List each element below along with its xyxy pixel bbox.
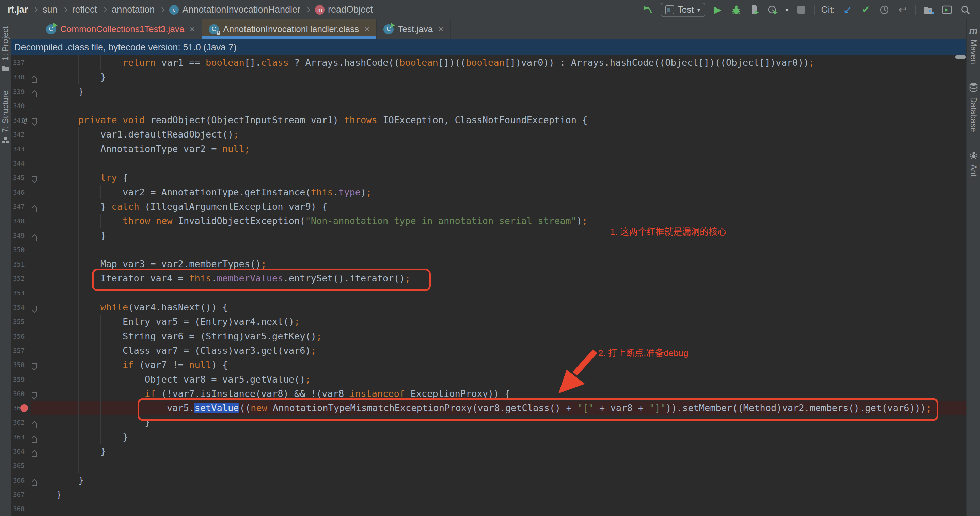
line-number[interactable]: 342 [13,127,24,141]
coverage-button[interactable] [749,4,760,16]
project-structure-button[interactable] [923,4,934,16]
fold-collapse-icon[interactable] [31,476,37,484]
breadcrumb-item[interactable]: sun [43,5,57,15]
line-number[interactable]: 338 [13,70,24,84]
code-line-364[interactable]: 364 } [11,444,966,459]
line-number[interactable]: 343 [13,142,24,156]
stop-button[interactable] [795,4,807,16]
code-line-365[interactable]: 365 [11,459,966,473]
breakpoint-icon[interactable] [21,404,28,412]
line-number[interactable]: 351 [13,257,24,271]
line-number[interactable]: 352 [13,271,24,286]
code-line-338[interactable]: 338 } [11,70,966,84]
tool-window-project[interactable]: 1: Project [1,26,10,73]
tool-window-maven[interactable]: mMaven [969,25,978,64]
tool-window-ant[interactable]: Ant [969,151,978,177]
code-line-360[interactable]: 360 if (!var7.isInstance(var8) && !(var8… [11,387,966,401]
line-number[interactable]: 365 [13,459,24,473]
code-line-367[interactable]: 367} [11,487,966,502]
run-config-selector[interactable]: Test ▾ [660,3,705,17]
line-number[interactable]: 354 [13,300,24,314]
line-number[interactable]: 344 [13,156,24,170]
close-icon[interactable]: × [438,24,443,34]
profiler-dropdown-icon[interactable]: ▾ [786,6,789,14]
line-number[interactable]: 360 [13,387,24,401]
editor-tab[interactable]: CAnnotationInvocationHandler.class× [202,19,377,39]
breadcrumb-item[interactable]: annotation [112,5,154,15]
line-number[interactable]: 357 [13,343,24,358]
code-line-356[interactable]: 356 String var6 = (String)var5.getKey(); [11,329,966,343]
code-line-348[interactable]: 348 throw new InvalidObjectException("No… [11,214,966,228]
line-number[interactable]: 345 [13,170,24,185]
line-number[interactable]: 339 [13,84,24,99]
code-line-337[interactable]: 337 return var1 == boolean[].class ? Arr… [11,56,966,70]
code-line-340[interactable]: 340 [11,99,966,113]
code-line-345[interactable]: 345 try { [11,170,966,185]
line-number[interactable]: 349 [13,229,24,243]
code-line-362[interactable]: 362 } [11,415,966,430]
breadcrumb-item[interactable]: cAnnotationInvocationHandler [169,5,300,15]
fold-collapse-icon[interactable] [31,447,37,456]
line-number[interactable]: 368 [13,502,24,516]
code-line-353[interactable]: 353 [11,286,966,300]
tool-window-structure[interactable]: 7: Structure [1,90,10,146]
debug-button[interactable] [730,4,742,16]
git-rollback-button[interactable]: ↩ [897,4,908,16]
code-line-359[interactable]: 359 Object var8 = var5.getValue(); [11,372,966,387]
git-commit-button[interactable]: ✔ [860,4,872,16]
line-number[interactable]: 340 [13,99,24,113]
fold-region-icon[interactable] [31,174,37,182]
fold-region-icon[interactable] [31,303,37,311]
editor-tab[interactable]: CCommonCollections1Test3.java× [39,19,202,39]
line-number[interactable]: 364 [13,444,24,459]
line-number[interactable]: 355 [13,314,24,329]
code-line-355[interactable]: 355 Entry var5 = (Entry)var4.next(); [11,314,966,329]
breadcrumb-item[interactable]: reflect [72,5,97,15]
curved-arrow-icon[interactable] [642,4,654,16]
code-line-339[interactable]: 339 } [11,84,966,99]
fold-collapse-icon[interactable] [31,203,37,211]
code-line-344[interactable]: 344 [11,156,966,170]
line-number[interactable]: 356 [13,329,24,343]
code-line-361[interactable]: 361 var5.setValue((new AnnotationTypeMis… [11,401,966,415]
fold-region-icon[interactable] [31,116,37,124]
run-button[interactable]: ▶ [712,4,724,16]
scrollbar-thumb[interactable] [956,56,966,59]
fold-region-icon[interactable] [31,361,37,369]
profiler-button[interactable] [767,4,779,16]
line-number[interactable]: 367 [13,487,24,502]
code-line-349[interactable]: 349 } [11,229,966,243]
line-number[interactable]: 348 [13,214,24,228]
line-number[interactable]: 347 [13,200,24,214]
line-number[interactable]: 353 [13,286,24,300]
close-icon[interactable]: × [364,24,369,34]
line-number[interactable]: 358 [13,358,24,372]
code-editor[interactable]: 337 return var1 == boolean[].class ? Arr… [11,56,966,516]
git-update-button[interactable]: ↙ [842,4,853,16]
git-history-button[interactable] [878,4,890,16]
line-number[interactable]: 350 [13,243,24,257]
code-line-366[interactable]: 366 } [11,473,966,487]
code-line-342[interactable]: 342 var1.defaultReadObject(); [11,127,966,141]
code-line-357[interactable]: 357 Class var7 = (Class)var3.get(var6); [11,343,966,358]
editor-tab[interactable]: CTest.java× [377,19,450,39]
line-number[interactable]: 366 [13,473,24,487]
line-number[interactable]: 346 [13,185,24,200]
breadcrumb-item[interactable]: rt.jar [8,5,28,15]
fold-collapse-icon[interactable] [31,73,37,81]
line-number[interactable]: 363 [13,430,24,444]
code-line-368[interactable]: 368 [11,502,966,516]
code-line-346[interactable]: 346 var2 = AnnotationType.getInstance(th… [11,185,966,200]
fold-collapse-icon[interactable] [31,232,37,240]
search-icon[interactable] [959,4,971,16]
line-number[interactable]: 359 [13,372,24,387]
line-number[interactable]: 362 [13,415,24,430]
close-icon[interactable]: × [190,24,195,34]
code-line-354[interactable]: 354 while(var4.hasNext()) { [11,300,966,314]
code-line-358[interactable]: 358 if (var7 != null) { [11,358,966,372]
code-line-347[interactable]: 347 } catch (IllegalArgumentException va… [11,200,966,214]
fold-collapse-icon[interactable] [31,87,37,96]
code-line-350[interactable]: 350 [11,243,966,257]
code-line-352[interactable]: 352 Iterator var4 = this.memberValues.en… [11,271,966,286]
run-window-button[interactable] [941,4,953,16]
